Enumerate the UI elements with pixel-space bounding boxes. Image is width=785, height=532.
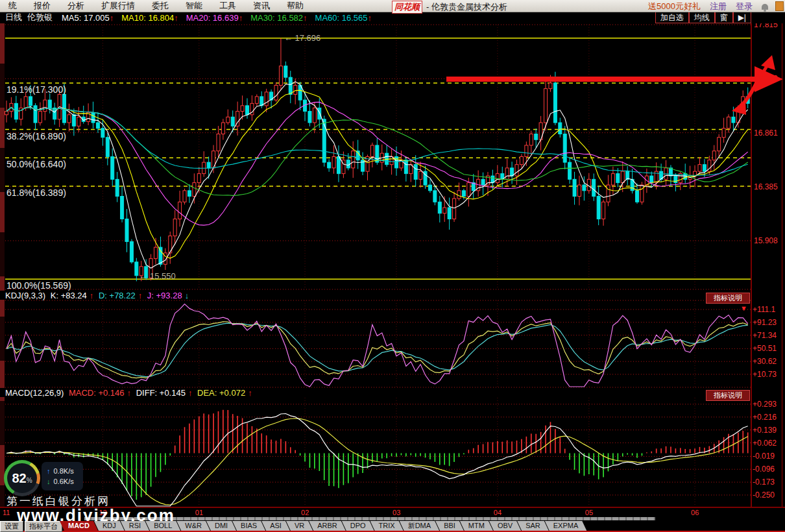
promo-link[interactable]: 送5000元好礼 xyxy=(648,1,701,12)
kdj-axis-value-3: +50.51 xyxy=(753,344,777,353)
app-logo: 同花顺 xyxy=(392,1,422,14)
macd-histogram xyxy=(6,410,748,500)
tab-w&r[interactable]: W&R xyxy=(176,521,210,531)
macd-axis-value-7: -0.250 xyxy=(753,490,775,500)
macd-diff-line xyxy=(6,414,748,507)
indicator-platform-button[interactable]: 指标平台 xyxy=(25,521,62,532)
kdj-d-arrow-icon: ↑ xyxy=(138,291,143,300)
main-axis-value-4: 15.908 xyxy=(754,236,778,245)
tab-dpo[interactable]: DPO xyxy=(342,521,374,531)
tab-macd[interactable]: MACD xyxy=(60,521,98,531)
window-button[interactable]: 窗 xyxy=(715,12,733,23)
main-axis-value-1: 17.338 xyxy=(754,74,778,83)
tab-kdj[interactable]: KDJ xyxy=(94,521,125,531)
network-speed-panel[interactable]: ↑0.8K/s ↓0.6K/s xyxy=(42,462,83,490)
add-watchlist-button[interactable]: 加自选 xyxy=(655,12,689,23)
tab-bias[interactable]: BIAS xyxy=(232,521,265,531)
kdj-j-line xyxy=(6,304,748,387)
kdj-d-line xyxy=(6,323,748,377)
indicator-tab-bar: 设置 指标平台 MACDKDJRSIBOLLW&RDMIBIASASIVRARB… xyxy=(0,521,785,531)
month-label-03: 03 xyxy=(392,509,400,516)
tab-mtm[interactable]: MTM xyxy=(460,521,493,531)
register-link[interactable]: 注册 xyxy=(710,1,727,12)
macd-info-button[interactable]: 指标说明 xyxy=(706,390,750,401)
kdj-info-button[interactable]: 指标说明 xyxy=(706,293,750,304)
peak-price-label: ← 17.696 xyxy=(284,33,320,43)
kdj-k-arrow-icon: ↑ xyxy=(90,291,94,300)
corner-icon[interactable] xyxy=(775,1,784,11)
kdj-header: KDJ(9,3,3) K: +83.24↑ D: +78.22↑ J: +93.… xyxy=(0,291,751,300)
ma10-line xyxy=(6,90,748,258)
menu-item-4[interactable]: 委托 xyxy=(143,0,177,12)
ma-toggle-button[interactable]: 均线 xyxy=(689,12,715,23)
macd-axis-value-1: +0.216 xyxy=(753,413,777,422)
tab-boll[interactable]: BOLL xyxy=(145,521,180,531)
tab-新dma[interactable]: 新DMA xyxy=(400,521,439,531)
kdj-axis-value-1: +91.23 xyxy=(753,318,777,327)
kdj-title: KDJ(9,3,3) xyxy=(5,291,45,300)
ma5-label: MA5: 17.005↑ xyxy=(62,13,114,23)
expand-window-icon[interactable]: ▶| xyxy=(733,12,751,23)
menu-item-3[interactable]: 扩展行情 xyxy=(93,0,143,12)
macd-diff-value: DIFF: +0.145 xyxy=(136,388,186,398)
menu-item-6[interactable]: 工具 xyxy=(211,0,245,12)
network-gauge[interactable]: 82 % xyxy=(4,460,40,496)
login-link[interactable]: 登录 xyxy=(736,1,753,12)
chart-canvas[interactable] xyxy=(0,0,785,532)
tab-asi[interactable]: ASI xyxy=(261,521,290,531)
kdj-j-arrow-icon: ↓ xyxy=(185,291,189,300)
fib-label-4: 100.0%(15.569) xyxy=(6,280,71,291)
macd-dea-arrow-icon: ↑ xyxy=(248,388,252,398)
tab-expma[interactable]: EXPMA xyxy=(545,521,587,531)
menu-item-7[interactable]: 资讯 xyxy=(245,0,278,12)
bell-icon[interactable] xyxy=(762,4,768,10)
tab-arbr[interactable]: ARBR xyxy=(309,521,346,531)
kdj-axis-value-5: +10.73 xyxy=(753,370,777,379)
ma30-line xyxy=(6,108,748,196)
kdj-d-value: D: +78.22 xyxy=(99,291,136,300)
macd-axis-value-3: +0.062 xyxy=(753,439,777,448)
upload-arrow-icon: ↑ xyxy=(47,467,51,475)
kdj-axis-value-4: +30.62 xyxy=(753,357,777,366)
macd-axis-value-6: -0.173 xyxy=(753,478,775,487)
candlestick-series xyxy=(5,38,750,282)
ma10-label: MA10: 16.804↑ xyxy=(121,13,178,23)
tab-trix[interactable]: TRIX xyxy=(370,521,404,531)
month-label-04: 04 xyxy=(494,509,501,516)
tab-bbi[interactable]: BBI xyxy=(435,521,464,531)
upload-speed: 0.8K/s xyxy=(54,467,74,475)
download-arrow-icon: ↓ xyxy=(47,478,51,485)
kdj-axis-marker-icon: ▼ xyxy=(740,304,747,312)
macd-title: MACD(12,26,9) xyxy=(5,388,64,398)
month-label-05: 05 xyxy=(585,509,593,516)
menu-item-5[interactable]: 智能 xyxy=(177,0,211,12)
menu-item-2[interactable]: 分析 xyxy=(59,0,93,12)
macd-axis-value-4: -0.019 xyxy=(753,452,775,461)
kdj-axis-value-0: +111.1 xyxy=(753,305,775,314)
toolbar-buttons: 加自选均线窗▶| xyxy=(655,12,751,23)
fib-label-3: 61.8%(16.389) xyxy=(6,187,66,198)
macd-axis-value-0: +0.293 xyxy=(753,400,777,409)
kdj-j-value: J: +93.28 xyxy=(147,291,182,300)
main-axis-value-2: 16.861 xyxy=(754,128,778,138)
tab-sar[interactable]: SAR xyxy=(517,521,549,531)
tab-dmi[interactable]: DMI xyxy=(206,521,236,531)
window-title-text: - 伦敦贵金属技术分析 xyxy=(426,1,507,13)
tab-rsi[interactable]: RSI xyxy=(121,521,149,531)
macd-diff-arrow-icon: ↑ xyxy=(188,388,193,398)
kdj-axis-value-2: +71.34 xyxy=(753,331,777,340)
settings-button[interactable]: 设置 xyxy=(0,521,23,532)
left-resize-strip[interactable] xyxy=(0,23,5,517)
ma60-line xyxy=(6,108,748,176)
month-label-02: 02 xyxy=(301,509,309,516)
tab-obv[interactable]: OBV xyxy=(489,521,521,531)
tab-vr[interactable]: VR xyxy=(286,521,313,531)
period-label: 日线 xyxy=(5,12,22,23)
menu-item-8[interactable]: 帮助 xyxy=(278,0,312,12)
window-title: 同花顺 - 伦敦贵金属技术分析 xyxy=(392,1,507,14)
ma20-line xyxy=(6,102,748,225)
menu-item-0[interactable]: 统 xyxy=(0,0,25,12)
menu-item-1[interactable]: 报价 xyxy=(25,0,59,12)
fib-label-2: 50.0%(16.640) xyxy=(6,159,66,169)
app-window: 统报价分析扩展行情委托智能工具资讯帮助 同花顺 - 伦敦贵金属技术分析 送500… xyxy=(0,0,785,532)
